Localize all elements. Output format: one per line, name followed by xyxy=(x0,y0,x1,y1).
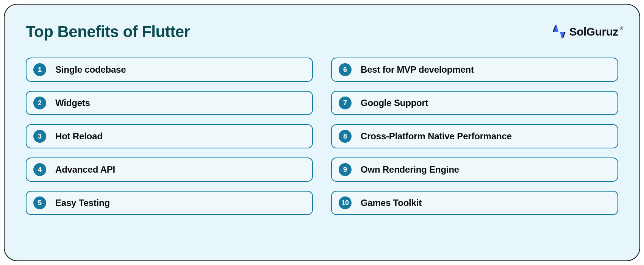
benefit-number-badge: 5 xyxy=(33,196,46,209)
benefit-item: 10 Games Toolkit xyxy=(331,191,618,215)
benefit-number-badge: 2 xyxy=(33,97,46,109)
benefit-number-badge: 9 xyxy=(339,163,352,176)
brand-logo-icon xyxy=(552,23,566,41)
benefit-label: Google Support xyxy=(361,98,428,108)
benefit-label: Hot Reload xyxy=(55,131,103,142)
benefit-item: 5 Easy Testing xyxy=(26,191,313,215)
benefit-item: 1 Single codebase xyxy=(26,58,313,82)
benefit-item: 7 Google Support xyxy=(331,91,618,115)
benefit-label: Own Rendering Engine xyxy=(361,164,459,175)
benefit-label: Advanced API xyxy=(55,164,115,175)
brand-logo: SolGuruz® xyxy=(552,23,618,41)
infographic-card: Top Benefits of Flutter SolGuruz® 1 Sing… xyxy=(4,4,640,261)
benefit-item: 2 Widgets xyxy=(26,91,313,115)
benefits-columns: 1 Single codebase 2 Widgets 3 Hot Reload… xyxy=(26,58,618,215)
benefit-label: Cross-Platform Native Performance xyxy=(361,131,512,142)
benefits-column-left: 1 Single codebase 2 Widgets 3 Hot Reload… xyxy=(26,58,313,215)
brand-name-text: SolGuruz xyxy=(569,25,618,38)
benefit-label: Widgets xyxy=(55,98,90,108)
header: Top Benefits of Flutter SolGuruz® xyxy=(26,23,618,41)
benefit-number-badge: 4 xyxy=(33,163,46,176)
page-title: Top Benefits of Flutter xyxy=(26,23,190,41)
benefit-number-badge: 6 xyxy=(339,63,352,76)
benefit-label: Easy Testing xyxy=(55,198,110,208)
benefit-label: Best for MVP development xyxy=(361,64,474,75)
benefit-number-badge: 10 xyxy=(339,196,352,209)
brand-name: SolGuruz® xyxy=(569,25,618,38)
benefit-item: 9 Own Rendering Engine xyxy=(331,157,618,182)
benefit-item: 4 Advanced API xyxy=(26,157,313,182)
registered-mark: ® xyxy=(620,26,623,31)
benefit-label: Games Toolkit xyxy=(361,198,422,208)
benefit-label: Single codebase xyxy=(55,64,126,75)
benefit-item: 6 Best for MVP development xyxy=(331,58,618,82)
benefit-number-badge: 3 xyxy=(33,130,46,143)
benefit-number-badge: 8 xyxy=(339,130,352,143)
benefit-item: 3 Hot Reload xyxy=(26,124,313,148)
benefit-number-badge: 1 xyxy=(33,63,46,76)
benefit-number-badge: 7 xyxy=(339,97,352,109)
benefit-item: 8 Cross-Platform Native Performance xyxy=(331,124,618,148)
benefits-column-right: 6 Best for MVP development 7 Google Supp… xyxy=(331,58,618,215)
